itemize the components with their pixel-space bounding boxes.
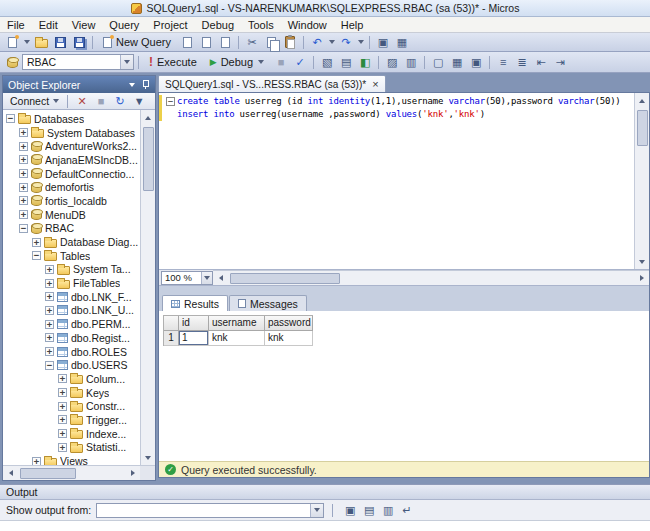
scroll-left-icon[interactable] (3, 466, 18, 481)
redo-icon[interactable]: ↷ (337, 34, 355, 50)
tree-node-constr[interactable]: +Constr... (3, 399, 140, 413)
scroll-up-icon[interactable] (635, 93, 650, 108)
cell-id[interactable]: 1 (179, 331, 209, 346)
display-estimated-plan-icon[interactable]: ▧ (318, 54, 336, 70)
tree-node-trigger[interactable]: +Trigger... (3, 413, 140, 427)
disconnect-icon[interactable]: ✕ (73, 93, 91, 109)
query-options-icon[interactable]: ▤ (337, 54, 355, 70)
toggle-word-wrap-icon[interactable]: ↵ (398, 502, 416, 518)
available-databases-combo-dropdown-icon[interactable] (120, 55, 133, 69)
menu-view[interactable]: View (65, 18, 103, 32)
debug-button[interactable]: ▶Debug (204, 54, 271, 71)
object-explorer-header[interactable]: Object Explorer (3, 76, 155, 93)
expand-icon[interactable]: + (58, 443, 67, 452)
menu-help[interactable]: Help (334, 18, 371, 32)
debug-button-dropdown-icon[interactable] (257, 54, 265, 70)
xmla-query-icon[interactable] (216, 34, 234, 50)
editor-horizontal-scrollbar[interactable] (213, 270, 649, 285)
tab-close-icon[interactable] (372, 79, 378, 90)
scrollbar-thumb[interactable] (230, 273, 340, 284)
expand-icon[interactable]: + (19, 196, 28, 205)
clear-all-icon[interactable]: ▥ (379, 502, 397, 518)
tree-node-defaultconnectio[interactable]: +DefaultConnectio... (3, 167, 140, 181)
object-explorer-vertical-scrollbar[interactable] (140, 110, 155, 465)
intellisense-enabled-icon[interactable]: ◧ (356, 54, 374, 70)
tree-node-dbo-lnk-f[interactable]: +dbo.LNK_F... (3, 290, 140, 304)
increase-indent-icon[interactable]: ⇥ (551, 54, 569, 70)
include-client-statistics-icon[interactable]: ▥ (402, 54, 420, 70)
collapse-icon[interactable]: − (6, 114, 15, 123)
tree-node-dbo-perm[interactable]: +dbo.PERM... (3, 317, 140, 331)
tree-node-dbo-users[interactable]: −dbo.USERS (3, 358, 140, 372)
scrollbar-thumb[interactable] (143, 127, 154, 191)
refresh-icon[interactable]: ↻ (111, 93, 129, 109)
tree-node-dbo-roles[interactable]: +dbo.ROLES (3, 345, 140, 359)
zoom-level-select[interactable]: 100 % (161, 271, 213, 285)
menu-debug[interactable]: Debug (195, 18, 241, 32)
scroll-down-icon[interactable] (635, 254, 650, 269)
column-header-username[interactable]: username (209, 316, 265, 331)
scrollbar-thumb[interactable] (637, 110, 648, 146)
auto-hide-pin-icon[interactable] (141, 79, 150, 90)
expand-icon[interactable]: + (19, 183, 28, 192)
tree-node-dbo-regist[interactable]: +dbo.Regist... (3, 331, 140, 345)
stop-icon[interactable]: ■ (92, 93, 110, 109)
object-explorer-tree[interactable]: −Databases+System Databases+AdventureWor… (3, 110, 140, 465)
save-icon[interactable] (51, 34, 69, 50)
change-connection-icon[interactable] (3, 54, 21, 70)
menu-window[interactable]: Window (281, 18, 334, 32)
scrollbar-thumb[interactable] (20, 468, 76, 479)
messages-source-icon[interactable]: ▣ (341, 502, 359, 518)
tree-node-system-ta[interactable]: +System Ta... (3, 263, 140, 277)
decrease-indent-icon[interactable]: ⇤ (532, 54, 550, 70)
column-header-id[interactable]: id (179, 316, 209, 331)
undo-dropdown-icon[interactable] (327, 34, 336, 50)
cut-icon[interactable]: ✂ (243, 34, 261, 50)
mdx-query-icon[interactable] (197, 34, 215, 50)
expand-icon[interactable]: + (58, 388, 67, 397)
results-to-file-icon[interactable]: ▣ (467, 54, 485, 70)
execute-button[interactable]: !Execute (143, 54, 203, 71)
scroll-down-icon[interactable] (141, 450, 156, 465)
editor-vertical-scrollbar[interactable] (634, 93, 649, 269)
show-output-from-select[interactable] (96, 503, 324, 518)
tree-node-views[interactable]: +Views (3, 454, 140, 465)
new-item-dropdown-icon[interactable] (22, 34, 31, 50)
expand-icon[interactable]: + (45, 279, 54, 288)
tree-node-indexe[interactable]: +Indexe... (3, 427, 140, 441)
uncomment-lines-icon[interactable]: ≣ (513, 54, 531, 70)
stop-icon[interactable]: ■ (272, 54, 290, 70)
menu-query[interactable]: Query (102, 18, 146, 32)
activity-monitor-icon[interactable]: ▣ (374, 34, 392, 50)
redo-dropdown-icon[interactable] (356, 34, 365, 50)
tree-node-dbo-lnk-u[interactable]: +dbo.LNK_U... (3, 304, 140, 318)
window-position-icon[interactable] (127, 83, 136, 87)
cell-password[interactable]: knk (265, 331, 313, 346)
connect-button[interactable]: Connect (7, 95, 62, 107)
tree-node-rbac[interactable]: −RBAC (3, 222, 140, 236)
open-file-icon[interactable] (32, 34, 50, 50)
tree-node-adventureworks2[interactable]: +AdventureWorks2... (3, 139, 140, 153)
tree-node-fortis-localdb[interactable]: +fortis_localdb (3, 194, 140, 208)
expand-icon[interactable]: + (45, 347, 54, 356)
collapse-region-icon[interactable]: − (166, 97, 175, 106)
cell-username[interactable]: knk (209, 331, 265, 346)
menu-project[interactable]: Project (146, 18, 194, 32)
scroll-up-icon[interactable] (141, 110, 156, 125)
expand-icon[interactable]: + (19, 169, 28, 178)
expand-icon[interactable]: + (58, 429, 67, 438)
row-header[interactable]: 1 (164, 331, 179, 346)
menu-edit[interactable]: Edit (32, 18, 65, 32)
results-to-text-icon[interactable]: ▢ (429, 54, 447, 70)
database-engine-query-icon[interactable] (178, 34, 196, 50)
parse-icon[interactable]: ✓ (291, 54, 309, 70)
expand-icon[interactable]: + (45, 320, 54, 329)
tree-node-keys[interactable]: +Keys (3, 386, 140, 400)
tree-node-tables[interactable]: −Tables (3, 249, 140, 263)
output-dropdown-icon[interactable] (310, 504, 323, 517)
expand-icon[interactable]: + (19, 155, 28, 164)
scroll-right-icon[interactable] (634, 271, 649, 286)
expand-icon[interactable]: + (45, 265, 54, 274)
new-query-shortcut-icon[interactable] (3, 34, 21, 50)
tab-messages[interactable]: Messages (229, 295, 307, 311)
